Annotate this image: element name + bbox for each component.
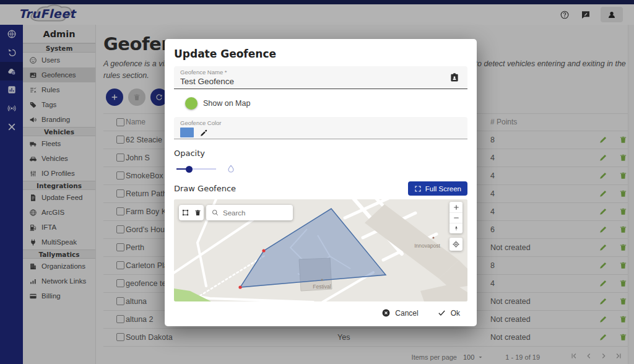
draw-geofence-row: Draw Geofence Full Screen bbox=[174, 181, 467, 196]
color-swatch[interactable] bbox=[180, 128, 194, 137]
map-draw-toolbar bbox=[179, 205, 204, 220]
map-search-input[interactable] bbox=[223, 209, 288, 217]
vertex-dot[interactable] bbox=[262, 249, 265, 252]
map-label-innovapost: Innovapost bbox=[414, 243, 440, 249]
cancel-label: Cancel bbox=[395, 309, 418, 318]
geofence-color-field: Geofence Color bbox=[174, 117, 467, 139]
plus-icon bbox=[453, 204, 460, 211]
expand-icon bbox=[414, 185, 422, 193]
geofence-map[interactable]: Innovapost Festival bbox=[174, 199, 467, 301]
draw-shape-button[interactable] bbox=[179, 205, 191, 220]
modal-title: Update Geofence bbox=[174, 48, 467, 60]
zoom-out-button[interactable] bbox=[449, 212, 462, 223]
show-on-map-label: Show on Map bbox=[203, 99, 250, 108]
map-label-festival: Festival bbox=[313, 284, 331, 290]
compass-button[interactable] bbox=[449, 223, 462, 233]
compass-needle-icon bbox=[453, 225, 460, 232]
check-icon bbox=[437, 308, 446, 318]
full-screen-button[interactable]: Full Screen bbox=[408, 181, 467, 196]
geofence-name-label: Geofence Name * bbox=[180, 69, 443, 76]
slider-thumb[interactable] bbox=[186, 166, 193, 173]
show-on-map-row: Show on Map bbox=[174, 97, 467, 110]
droplet-icon bbox=[226, 164, 236, 174]
vertex-dot[interactable] bbox=[238, 285, 241, 288]
geofence-color-label: Geofence Color bbox=[180, 119, 461, 126]
badge-icon bbox=[449, 72, 460, 83]
minus-icon bbox=[453, 214, 460, 222]
geofence-name-input[interactable] bbox=[180, 77, 443, 86]
modal-footer: Cancel Ok bbox=[174, 301, 467, 324]
map-search-bar[interactable] bbox=[206, 205, 293, 220]
ok-label: Ok bbox=[451, 309, 460, 318]
update-geofence-modal: Update Geofence Geofence Name * Show on … bbox=[165, 39, 477, 326]
ok-button[interactable]: Ok bbox=[437, 308, 460, 318]
delete-shape-button[interactable] bbox=[191, 205, 204, 220]
search-icon bbox=[211, 209, 219, 217]
geofence-name-field[interactable]: Geofence Name * bbox=[174, 66, 467, 89]
zoom-in-button[interactable] bbox=[449, 202, 462, 212]
cancel-icon bbox=[381, 308, 391, 318]
my-location-button[interactable] bbox=[449, 238, 462, 251]
eyedropper-icon[interactable] bbox=[199, 128, 209, 137]
draw-shape-icon bbox=[181, 209, 189, 217]
full-screen-label: Full Screen bbox=[425, 185, 461, 193]
cancel-button[interactable]: Cancel bbox=[381, 308, 418, 318]
opacity-slider[interactable] bbox=[176, 165, 216, 173]
toggle-thumb bbox=[185, 97, 198, 110]
draw-geofence-label: Draw Geofence bbox=[174, 184, 236, 193]
opacity-label: Opacity bbox=[174, 149, 467, 158]
show-on-map-toggle[interactable] bbox=[175, 100, 196, 108]
trash-icon bbox=[194, 209, 202, 217]
opacity-slider-row bbox=[174, 165, 467, 173]
target-icon bbox=[452, 240, 460, 248]
map-zoom-controls bbox=[449, 202, 462, 233]
app-root: TruFleet Admin SystemUsersGeofencesRules… bbox=[0, 0, 634, 364]
slider-track bbox=[189, 168, 216, 170]
